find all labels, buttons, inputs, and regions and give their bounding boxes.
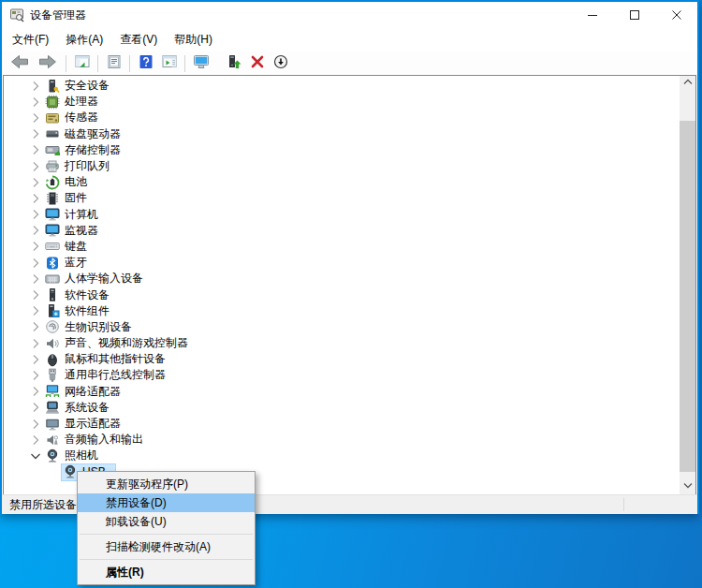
chevron-icon[interactable] [28, 272, 45, 287]
tree-item[interactable]: 网络适配器 [4, 384, 680, 400]
tree-item[interactable]: 软件设备 [4, 287, 680, 302]
tree-item[interactable]: 打印队列 [4, 158, 680, 174]
disable-device-icon [273, 54, 288, 73]
chevron-icon[interactable] [28, 303, 45, 318]
scroll-down-button[interactable] [680, 478, 695, 494]
chevron-icon[interactable] [28, 433, 45, 448]
chevron-icon[interactable] [28, 126, 45, 141]
scroll-up-button[interactable] [680, 76, 695, 92]
properties-button[interactable] [102, 53, 125, 74]
tree-item-label: 电池 [65, 174, 87, 190]
tree-item[interactable]: 通用串行总线控制器 [4, 367, 680, 383]
chevron-icon[interactable] [28, 110, 45, 125]
tree-item-label: 软件组件 [65, 303, 110, 319]
chevron-icon[interactable] [28, 352, 45, 367]
maximize-button[interactable] [613, 2, 655, 28]
computer-monitor-icon [194, 54, 209, 73]
chevron-up-icon [680, 75, 695, 94]
tree-item[interactable]: 显示适配器 [4, 416, 680, 432]
cameras-icon [45, 448, 60, 463]
tree-item[interactable]: 音频输入和输出 [4, 432, 680, 448]
menu-item-update-driver[interactable]: 更新驱动程序(P) [78, 475, 255, 493]
menu-item-properties[interactable]: 属性(R) [78, 563, 255, 581]
chevron-icon[interactable] [28, 207, 45, 222]
devices-button[interactable] [189, 53, 212, 74]
chevron-icon[interactable] [28, 191, 45, 206]
chevron-icon[interactable] [28, 223, 45, 238]
tree-item-label: 通用串行总线控制器 [65, 367, 166, 383]
back-icon [10, 54, 29, 73]
toolbar-separator [129, 55, 130, 72]
chevron-down-icon[interactable] [28, 448, 45, 463]
tree-item[interactable]: 人体学输入设备 [4, 271, 680, 287]
minimize-button[interactable] [571, 2, 613, 28]
tree-item[interactable]: 传感器 [4, 110, 680, 125]
tree-item[interactable]: 磁盘驱动器 [4, 126, 680, 142]
chevron-icon[interactable] [28, 368, 45, 383]
help-button[interactable] [134, 53, 157, 74]
tree-item[interactable]: 蓝牙 [4, 255, 680, 271]
tree-item[interactable]: 键盘 [4, 239, 680, 255]
chevron-icon[interactable] [28, 159, 45, 174]
menu-file[interactable]: 文件(F) [4, 30, 57, 50]
tree-item-label: 打印队列 [65, 158, 110, 174]
tree-item-label: 网络适配器 [65, 384, 121, 400]
chevron-icon[interactable] [28, 319, 45, 334]
tree-item[interactable]: 监视器 [4, 223, 680, 239]
vertical-scrollbar[interactable] [680, 76, 695, 494]
menu-separator [80, 534, 253, 535]
tree-item[interactable]: 存储控制器 [4, 142, 680, 158]
forward-button[interactable] [34, 53, 62, 74]
tree-item[interactable]: 鼠标和其他指针设备 [4, 351, 680, 367]
disable-device-button[interactable] [269, 53, 292, 74]
tree-item[interactable]: 固件 [4, 190, 680, 206]
tree-item[interactable]: 计算机 [4, 207, 680, 223]
tree-item[interactable]: 安全设备 [4, 78, 680, 94]
chevron-icon[interactable] [28, 142, 45, 157]
tree-item[interactable]: 系统设备 [4, 400, 680, 416]
update-driver-button[interactable] [222, 53, 245, 74]
tree-item[interactable]: 电池 [4, 174, 680, 190]
statusbar-divider [623, 498, 624, 511]
storage-controllers-icon [45, 142, 60, 157]
help-icon [139, 54, 154, 73]
chevron-icon[interactable] [28, 400, 45, 415]
tree-item[interactable]: 生物识别设备 [4, 319, 680, 335]
show-console-tree-button[interactable] [70, 53, 94, 74]
monitors-icon [45, 223, 60, 238]
tree-item[interactable]: 处理器 [4, 94, 680, 110]
chevron-icon[interactable] [28, 95, 45, 110]
menu-item-scan-hardware-changes[interactable]: 扫描检测硬件改动(A) [78, 537, 255, 556]
webcam-icon [63, 464, 78, 479]
menu-view[interactable]: 查看(V) [111, 30, 166, 50]
chevron-icon[interactable] [28, 79, 45, 94]
tree-item-label: 人体学输入设备 [65, 271, 143, 287]
forward-icon [38, 54, 57, 73]
uninstall-device-button[interactable] [245, 53, 269, 74]
device-manager-window: 设备管理器 文件(F) 操作(A) 查看(V) 帮助(H) [0, 0, 699, 514]
menu-item-disable-device[interactable]: 禁用设备(D) [78, 493, 255, 512]
chevron-icon[interactable] [28, 287, 45, 302]
system-devices-icon [45, 400, 60, 415]
chevron-icon[interactable] [28, 417, 45, 432]
show-action-pane-button[interactable] [157, 53, 181, 74]
chevron-icon[interactable] [28, 256, 45, 271]
scrollbar-thumb[interactable] [680, 121, 695, 472]
chevron-icon[interactable] [28, 239, 45, 254]
chevron-icon[interactable] [28, 336, 45, 351]
tree-item-label: 声音、视频和游戏控制器 [65, 335, 188, 351]
chevron-icon[interactable] [28, 175, 45, 190]
tree-item[interactable]: 软件组件 [4, 303, 680, 319]
tree-item-label: 系统设备 [65, 400, 110, 416]
menu-help[interactable]: 帮助(H) [166, 30, 221, 50]
back-button[interactable] [6, 53, 34, 74]
menu-item-uninstall-device[interactable]: 卸载设备(U) [78, 512, 255, 531]
chevron-icon[interactable] [28, 384, 45, 399]
tree-item[interactable]: 声音、视频和游戏控制器 [4, 335, 680, 351]
close-button[interactable] [655, 2, 697, 28]
tree-item-cameras[interactable]: 照相机 [4, 448, 680, 463]
toolbar-separator [66, 55, 66, 72]
network-adapters-icon [45, 384, 60, 399]
menu-action[interactable]: 操作(A) [57, 30, 111, 50]
uninstall-device-icon [250, 54, 265, 73]
